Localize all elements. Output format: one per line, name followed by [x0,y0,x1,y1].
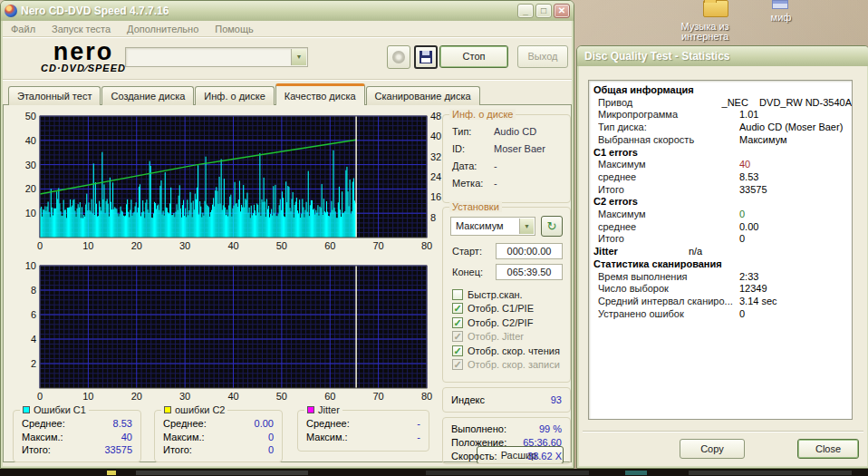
stat-label: Итого: [163,444,192,455]
progress-label: Выполнено: [451,423,506,434]
stats-row: среднее0.00 [589,221,852,234]
svg-text:50: 50 [25,111,36,121]
svg-text:20: 20 [131,391,142,402]
stat-value: 0.00 [255,418,274,429]
window-title: Nero CD-DVD Speed 4.7.7.16 [21,5,169,17]
app-icon[interactable] [772,0,788,9]
start-label: Старт: [452,243,492,259]
stat-group-1: ошибки C2Среднее:0.00Максим.:0Итого:0 [154,410,283,462]
stats-row-value: 0 [739,209,745,221]
save-button[interactable] [414,45,438,69]
svg-text:0: 0 [37,240,43,251]
checkbox-2[interactable]: ✓Отобр. C2/PIF [452,316,533,329]
stat-label: Среднее: [22,418,65,429]
disc-info-value: - [494,160,497,171]
svg-text:10: 10 [25,261,36,271]
stats-section-value: n/a [689,246,702,258]
stats-section-title: C1 errors [593,147,638,160]
svg-text:10: 10 [82,240,93,251]
copy-button[interactable]: Copy [680,439,745,459]
progress-row: Положение:65:36.60 [451,437,562,448]
stat-value: 0 [268,444,274,455]
stats-row-label: Итого [598,233,739,246]
menu-item-0[interactable]: Файл [3,24,43,34]
stat-row: Среднее:8.53 [22,418,132,429]
close-button[interactable]: ✕ [554,4,570,18]
statistics-title-bar[interactable]: Disc Quality Test - Statistics [577,46,868,66]
tab-2[interactable]: Инф. о диске [195,86,274,105]
exit-button[interactable]: Выход [517,45,568,68]
stats-section-title: C2 errors [593,196,638,209]
progress-label: Скорость: [451,451,497,461]
stats-row: Выбранная скоростьМаксимум [589,134,852,147]
title-bar[interactable]: Nero CD-DVD Speed 4.7.7.16 _ □ ✕ [1,1,574,21]
speed-select[interactable]: Максимум ▼ [450,217,535,236]
progress-groupbox: Выполнено:99 %Положение:65:36.60Скорость… [442,417,571,464]
chevron-down-icon[interactable]: ▼ [291,49,306,65]
checkbox-1[interactable]: ✓Отобр. C1/PIE [452,302,534,316]
menu-item-3[interactable]: Помощь [207,24,262,34]
menu-item-2[interactable]: Дополнительно [119,24,207,34]
svg-text:70: 70 [373,391,384,402]
disc-info-label: ID: [452,143,494,154]
progress-row: Выполнено:99 % [451,423,562,434]
stop-button[interactable]: Стоп [439,45,508,68]
start-field[interactable]: 000:00.00 [496,243,563,259]
svg-text:8: 8 [31,285,36,296]
maximize-button[interactable]: □ [535,4,552,18]
svg-text:30: 30 [25,160,36,170]
stats-row: Тип диска:Audio CD (Moser Baer) [589,121,852,134]
checkbox-4[interactable]: ✓Отобр. скор. чтения [452,344,560,357]
minimize-button[interactable]: _ [517,4,534,18]
eject-button[interactable] [387,45,410,69]
color-swatch [164,406,171,413]
chevron-down-icon[interactable]: ▼ [519,219,534,234]
tab-0[interactable]: Эталонный тест [8,86,101,105]
progress-value: 38.62 X [527,451,562,461]
stat-value: 33575 [104,444,132,455]
svg-text:10: 10 [25,208,36,219]
stats-section-title: Статистика сканирования [593,258,722,271]
svg-text:6: 6 [31,309,36,320]
stats-row-value: 0.00 [739,221,758,234]
disc-info-row: Тип:Audio CD [452,126,536,137]
end-field[interactable]: 065:39.50 [496,264,563,280]
desktop-icon-label[interactable]: миф [754,13,808,23]
tab-4[interactable]: Сканирование диска [366,86,480,105]
stat-row: Максим.:- [306,432,420,442]
stat-group-caption: ошибки C2 [161,404,227,415]
disc-info-row: ID:Moser Baer [452,143,545,154]
stats-row-value: 12349 [739,283,767,296]
stat-label: Максим.: [306,432,348,442]
quality-tab-content: 10203040508162432404801020304050607080 2… [3,104,572,462]
disc-info-value: - [494,178,497,189]
checkbox-icon: ✓ [452,359,463,370]
stats-row-label: Выбранная скорость [598,134,739,147]
svg-text:48: 48 [430,111,441,121]
drive-select-combobox[interactable]: [0:0] _NEC DVD_RW ND-3540A 1.01 ▼ [125,47,308,67]
stat-group-title: Jitter [318,404,340,415]
stats-row-value: 0 [739,308,745,321]
folder-icon[interactable] [703,0,728,17]
color-swatch [307,406,314,413]
menu-item-1[interactable]: Запуск теста [43,24,119,34]
desktop-icon-label[interactable]: Музыка изинтернета [660,22,750,42]
stat-label: Максим.: [163,432,205,442]
close-dialog-button[interactable]: Close [797,439,859,459]
stats-row-label: среднее [598,221,739,234]
stat-group-2: JitterСреднее:-Максим.:- [297,410,429,452]
stats-row: Итого33575 [589,184,852,197]
stats-row: Итого0 [589,233,852,246]
svg-text:2: 2 [31,358,36,369]
statistics-title: Disc Quality Test - Statistics [584,50,730,63]
stat-label: Среднее: [306,418,350,429]
checkbox-icon: ✓ [452,331,463,342]
refresh-button[interactable]: ↻ [541,216,563,237]
tab-3[interactable]: Качество диска [275,83,365,105]
checkbox-icon: ✓ [452,317,463,328]
checkbox-0[interactable]: Быстр.скан. [452,287,523,301]
disc-info-caption: Инф. о диске [449,109,516,120]
tab-1[interactable]: Создание диска [101,86,194,105]
stats-section-header: C2 errors [589,196,852,209]
checkbox-3: ✓Отобр. Jitter [452,330,524,344]
